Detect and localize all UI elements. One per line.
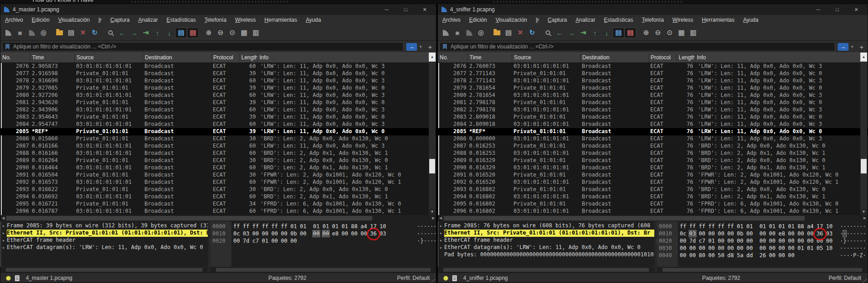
hex-byte[interactable]: 01 — [807, 245, 814, 251]
hex-byte[interactable]: 00 — [797, 230, 804, 237]
hex-byte[interactable]: 00 — [271, 230, 278, 237]
hex-byte[interactable]: 01 — [769, 223, 776, 230]
scroll-up-icon[interactable]: ▲ — [429, 53, 436, 62]
packet-row[interactable]: 20762.90587303:01:01:01:01:01BroadcastEC… — [0, 63, 436, 70]
expand-arrow-icon[interactable]: ▸ — [438, 223, 444, 228]
packet-row[interactable]: 20842.95474703:01:01:01:01:01BroadcastEC… — [0, 121, 436, 128]
hex-byte[interactable]: 00 — [746, 238, 753, 244]
hscrollbar-thumb[interactable] — [6, 216, 372, 221]
hex-byte[interactable]: 00 — [708, 252, 715, 259]
packet-row[interactable]: 20930.016622Private_01:01:01BroadcastECA… — [0, 186, 436, 193]
hex-byte[interactable]: 00 — [769, 238, 776, 244]
layout-columns-icon[interactable]: ▥ — [250, 28, 262, 38]
hex-byte[interactable]: 01 — [759, 223, 766, 230]
menu-item-ayuda[interactable]: Ayuda — [743, 17, 758, 23]
go-to-top-icon[interactable]: ↑ — [589, 28, 601, 38]
go-back-icon[interactable]: ← — [554, 28, 566, 38]
go-forward-icon[interactable]: → — [566, 28, 577, 38]
filter-dropdown-icon[interactable]: ▾ — [418, 44, 423, 49]
hex-byte[interactable]: 00 — [769, 252, 776, 259]
scroll-right-icon[interactable]: ▶ — [862, 215, 868, 221]
hex-byte[interactable]: 00 — [778, 245, 785, 251]
hex-byte[interactable]: 00 — [341, 230, 348, 237]
go-forward-icon[interactable]: → — [128, 28, 140, 38]
menu-item-estadisticas[interactable]: Estadísticas — [604, 17, 633, 23]
hex-byte[interactable]: 05 — [816, 245, 823, 251]
hex-ascii[interactable]: ········ ······6· — [840, 230, 868, 237]
hex-byte[interactable]: 01 — [262, 238, 269, 244]
capture-start-fin-icon[interactable] — [440, 28, 451, 38]
menu-item-captura[interactable]: Captura — [110, 17, 130, 23]
expand-arrow-icon[interactable]: ▸ — [1, 245, 7, 250]
scroll-down-icon[interactable]: ▼ — [860, 209, 867, 215]
packet-row[interactable]: 20792.927085Private_01:01:01BroadcastECA… — [0, 85, 436, 92]
hex-ascii[interactable]: ········ ········ — [840, 245, 868, 251]
hex-byte[interactable]: 00 — [351, 230, 358, 237]
hex-byte[interactable]: 03 — [689, 230, 696, 237]
detail-row[interactable]: ▸Frame 2085: 76 bytes on wire (608 bits)… — [438, 222, 654, 230]
hex-byte[interactable]: 26 — [759, 252, 766, 259]
hex-byte[interactable]: ff — [252, 223, 259, 230]
capture-restart-fin-icon[interactable] — [463, 28, 475, 38]
menu-item-wireless[interactable]: Wireless — [672, 17, 693, 23]
packet-row[interactable]: 20822.94390603:01:01:01:01:01BroadcastEC… — [0, 106, 436, 114]
hex-byte[interactable]: 10 — [379, 223, 386, 230]
save-file-icon[interactable]: ▤ — [503, 28, 514, 38]
apply-filter-button[interactable]: → — [838, 43, 849, 51]
hex-byte[interactable]: 00 — [759, 245, 766, 251]
packet-row[interactable]: 20950.016802Private_01:01:01BroadcastECA… — [438, 201, 868, 208]
hex-byte[interactable]: 00 — [746, 245, 753, 251]
capture-stop-icon[interactable]: ■ — [14, 28, 26, 38]
packet-row[interactable]: 20940.01669203:01:01:01:01:01BroadcastEC… — [0, 193, 436, 201]
hex-row[interactable]: 0000ffffffffffff01010101010188a41710····… — [657, 223, 868, 230]
hex-byte[interactable]: 00 — [727, 245, 734, 251]
bookmark-icon[interactable] — [443, 44, 447, 50]
menu-item-edicion[interactable]: Edición — [469, 17, 487, 23]
hex-byte[interactable]: 01 — [332, 223, 339, 230]
reload-file-icon[interactable]: ↻ — [526, 28, 538, 38]
hex-byte[interactable]: 00 — [807, 238, 814, 244]
hex-row[interactable]: 0020007dc701000000000000000000000000·}··… — [657, 238, 868, 245]
zoom-out-icon[interactable]: ⊖ — [215, 28, 226, 38]
hex-byte[interactable]: 01 — [797, 245, 804, 251]
hex-byte[interactable]: ff — [243, 223, 249, 230]
detail-row[interactable]: ▸EtherCAT frame header — [438, 237, 654, 244]
hex-byte[interactable]: 00 — [807, 230, 814, 237]
zoom-reset-icon[interactable]: ⊙ — [664, 28, 676, 38]
scroll-right-icon[interactable]: ▶ — [431, 215, 436, 221]
column-header-info[interactable]: Info — [258, 53, 436, 62]
hex-byte[interactable]: 01 — [746, 223, 753, 230]
packet-row[interactable]: 20832.809018Private_01:01:01BroadcastECA… — [438, 114, 868, 121]
packet-row[interactable]: 20762.76007303:01:01:01:01:01BroadcastEC… — [438, 63, 868, 70]
close-button[interactable]: ✕ — [415, 4, 434, 15]
hex-byte[interactable]: 00 — [281, 230, 288, 237]
expand-arrow-icon[interactable]: ▸ — [438, 238, 444, 243]
hex-byte[interactable]: 00 — [322, 230, 329, 237]
hex-byte[interactable]: 00 — [718, 238, 724, 244]
expert-info-icon[interactable] — [6, 276, 11, 281]
hex-byte[interactable]: 0b — [290, 230, 297, 237]
packet-row[interactable]: 20950.016721Private_01:01:01BroadcastECA… — [0, 201, 436, 208]
packet-row[interactable]: 20782.91669003:01:01:01:01:01BroadcastEC… — [0, 77, 436, 85]
hex-byte[interactable]: c7 — [699, 238, 705, 244]
display-filter-input[interactable] — [13, 43, 403, 50]
hex-byte[interactable]: 00 — [680, 238, 686, 244]
packet-row[interactable]: 20802.92720603:01:01:01:01:01BroadcastEC… — [0, 92, 436, 99]
expand-arrow-icon[interactable]: ▸ — [1, 238, 7, 243]
packet-row[interactable]: 20772.771143Private_01:01:01BroadcastECA… — [438, 70, 868, 77]
hex-byte[interactable]: 00 — [769, 245, 776, 251]
detail-row[interactable]: ▸Ethernet II, Src: Private_01:01:01 (01:… — [1, 230, 208, 237]
hex-byte[interactable]: 01 — [290, 223, 297, 230]
menu-item-herramientas[interactable]: Herramientas — [702, 17, 734, 23]
go-to-top-icon[interactable]: ↑ — [152, 28, 163, 38]
packet-row[interactable]: 20870.016253Private_01:01:01BroadcastECA… — [438, 143, 868, 150]
packet-row[interactable]: 20782.77114303:01:01:01:01:01BroadcastEC… — [438, 77, 868, 85]
hex-byte[interactable]: d8 — [727, 252, 734, 259]
hex-byte[interactable]: ff — [727, 223, 734, 230]
hex-byte[interactable]: 0c — [680, 230, 686, 237]
zoom-out-icon[interactable]: ⊖ — [652, 28, 664, 38]
hex-byte[interactable]: 01 — [708, 238, 715, 244]
hex-byte[interactable]: 00 — [300, 230, 307, 237]
bookmark-icon[interactable] — [5, 44, 10, 50]
go-to-bottom-icon[interactable]: ↓ — [601, 28, 613, 38]
